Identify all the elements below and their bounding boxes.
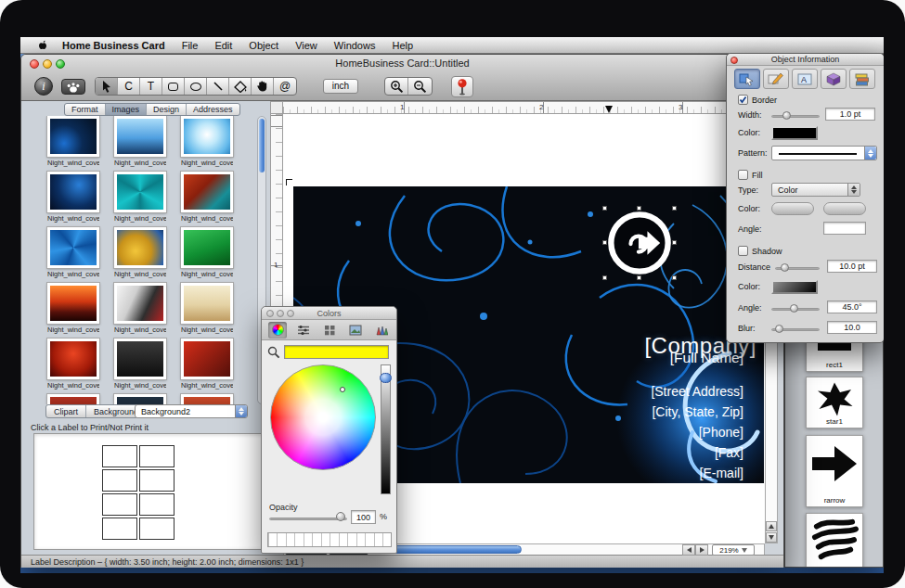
shadow-checkbox[interactable] (738, 246, 748, 256)
units-control[interactable]: inch (323, 79, 358, 94)
zoom-button[interactable] (287, 310, 294, 317)
thumbnail[interactable]: Night_wind_cover_... (47, 339, 99, 394)
background-select[interactable]: Background2 (135, 404, 248, 418)
label-cell[interactable] (102, 445, 137, 467)
curve-tool[interactable]: C (118, 78, 140, 95)
shadow-blur-slider-knob[interactable] (775, 325, 783, 333)
menu-object[interactable]: Object (240, 37, 287, 53)
scroll-down-button[interactable] (766, 532, 777, 543)
label-cell[interactable] (102, 518, 137, 540)
search-icon[interactable] (267, 346, 280, 363)
crayons-tab[interactable] (372, 322, 391, 339)
shape-item-scribble[interactable] (806, 513, 863, 568)
3d-box-tab[interactable] (821, 69, 847, 89)
zoom-in-button[interactable] (385, 78, 408, 95)
fill-color-swatch-1[interactable] (771, 202, 814, 215)
city-text[interactable]: [City, State, Zip] (652, 404, 743, 419)
selection-handle[interactable] (602, 240, 607, 245)
email-text[interactable]: [E-mail] (700, 466, 743, 480)
thumbnail[interactable]: Night_wind_cover_... (114, 283, 166, 339)
brightness-slider[interactable] (381, 364, 391, 494)
menu-help[interactable]: Help (383, 37, 421, 53)
thumbnail[interactable]: Night_wind_cover_... (181, 172, 233, 227)
color-wheel-tab[interactable] (268, 322, 287, 339)
thumbnail[interactable]: Night_wind_cover_... (47, 283, 99, 339)
menu-windows[interactable]: Windows (326, 37, 384, 53)
stepper-arrows-icon[interactable] (864, 147, 876, 160)
shadow-angle-field[interactable]: 45.0° (827, 300, 877, 313)
border-width-slider-knob[interactable] (782, 111, 791, 120)
oval-tool[interactable] (185, 78, 207, 95)
border-width-slider[interactable] (771, 115, 820, 118)
thumbnail[interactable]: Night_wind_cover_... (114, 172, 166, 227)
selection-handle[interactable] (672, 240, 677, 245)
thumbnail[interactable]: Night_wind_cover_... (114, 116, 166, 172)
shadow-angle-slider-knob[interactable] (790, 304, 798, 313)
thumbnail[interactable] (47, 394, 99, 404)
clipart-button[interactable]: Clipart (46, 405, 86, 417)
rectangle-tool[interactable] (162, 78, 185, 95)
selection-handle[interactable] (602, 206, 607, 211)
zoom-level-control[interactable]: 219% (712, 544, 755, 556)
shadow-distance-slider-knob[interactable] (781, 263, 789, 272)
border-checkbox[interactable] (738, 95, 748, 105)
scroll-left-button[interactable] (682, 544, 695, 556)
thumbnail[interactable]: Night_wind_cover_... (47, 172, 99, 227)
shadow-blur-field[interactable]: 10.0 (827, 321, 877, 334)
border-pattern-select[interactable] (771, 146, 877, 160)
tab-design[interactable]: Design (147, 104, 187, 115)
line-tool[interactable] (207, 78, 229, 95)
thumbnail[interactable] (114, 394, 166, 404)
fax-text[interactable]: [Fax] (715, 445, 743, 460)
selection-handle[interactable] (602, 275, 607, 280)
selection-handle[interactable] (672, 206, 677, 211)
close-button[interactable] (266, 310, 274, 317)
swatch-strip[interactable] (267, 532, 392, 547)
fill-checkbox[interactable] (738, 170, 748, 180)
shape-item-rarrow[interactable]: rarrow (806, 435, 863, 507)
stepper-arrows-icon[interactable] (235, 405, 247, 417)
thumbnail[interactable]: Night_wind_cover_... (181, 116, 233, 172)
thumbnail[interactable] (181, 394, 233, 404)
tab-images[interactable]: Images (106, 104, 148, 115)
thumbnail[interactable]: Night_wind_cover_... (181, 283, 233, 339)
shadow-color-swatch[interactable] (771, 280, 818, 294)
current-color-well[interactable] (284, 345, 389, 359)
phone-text[interactable]: [Phone] (699, 425, 743, 440)
info-button[interactable]: i (34, 77, 53, 96)
border-width-field[interactable]: 1.0 pt (825, 108, 875, 121)
select-tool[interactable] (96, 78, 118, 95)
label-cell[interactable] (102, 493, 137, 516)
contact-text-block[interactable]: [Full Name] [Street Address] [City, Stat… (651, 350, 743, 480)
menu-edit[interactable]: Edit (206, 37, 240, 53)
email-tool[interactable]: @ (274, 78, 296, 95)
text-style-tab[interactable]: A (792, 69, 818, 89)
color-wheel[interactable] (270, 364, 376, 470)
layers-tab[interactable] (849, 69, 875, 89)
label-cell[interactable] (139, 518, 175, 540)
brightness-slider-knob[interactable] (380, 373, 392, 383)
border-color-swatch[interactable] (771, 126, 818, 140)
scroll-right-button[interactable] (695, 544, 708, 556)
sidebar-scrollbar-thumb[interactable] (259, 119, 265, 173)
apple-menu[interactable] (32, 39, 54, 52)
map-pin-button[interactable] (451, 76, 473, 97)
label-cell[interactable] (139, 445, 175, 467)
thumbnail[interactable]: Night_wind_cover_... (114, 339, 166, 394)
thumbnail[interactable]: Night_wind_cover_... (47, 116, 99, 172)
label-cell[interactable] (139, 493, 175, 516)
fill-type-select[interactable]: Color (771, 183, 860, 197)
company-logo[interactable] (605, 209, 674, 277)
pen-tab[interactable] (763, 69, 789, 89)
color-wheel-marker[interactable] (340, 387, 345, 392)
close-button[interactable] (730, 57, 738, 64)
tab-addresses[interactable]: Addresses (187, 104, 239, 115)
image-palettes-tab[interactable] (346, 322, 365, 339)
scroll-up-button[interactable] (766, 521, 777, 531)
full-name-text[interactable]: [Full Name] (670, 350, 743, 366)
minimize-button[interactable] (277, 310, 284, 317)
paw-button[interactable] (61, 79, 85, 95)
selection-handle[interactable] (637, 206, 641, 211)
opacity-value-field[interactable]: 100 (351, 510, 376, 524)
zoom-out-button[interactable] (408, 78, 432, 95)
